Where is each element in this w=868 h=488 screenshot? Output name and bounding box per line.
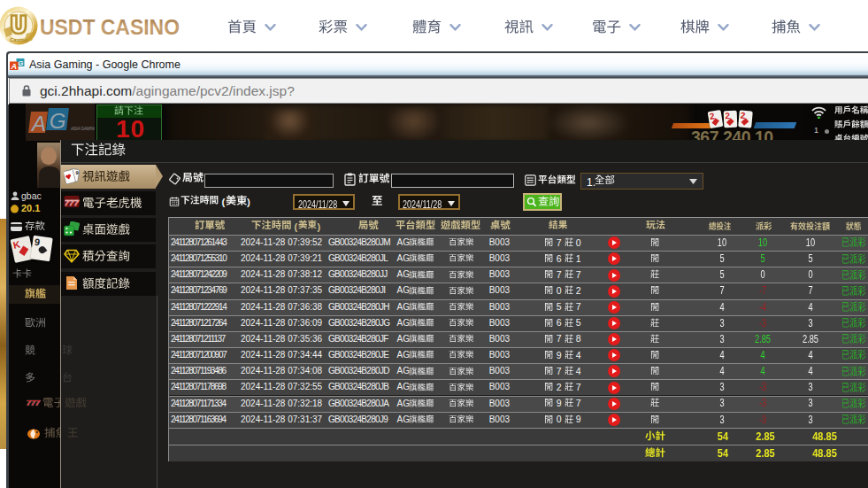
svg-text:G: G xyxy=(50,109,66,133)
svg-text:USDT CASINO: USDT CASINO xyxy=(40,15,180,39)
svg-text:G: G xyxy=(18,59,23,67)
svg-text:A: A xyxy=(30,112,46,136)
svg-text:Casino: Casino xyxy=(10,37,27,43)
svg-text:777: 777 xyxy=(65,198,80,207)
svg-text:A: A xyxy=(10,62,17,71)
svg-text:ASIA GAMING: ASIA GAMING xyxy=(70,127,95,131)
